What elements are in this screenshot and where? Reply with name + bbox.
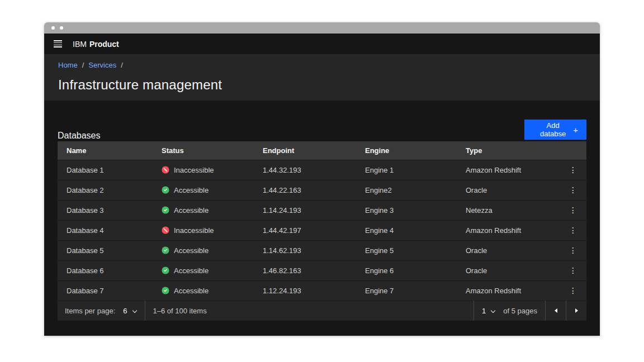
status-accessible-icon [162,246,169,254]
column-header-endpoint: Endpoint [254,146,356,155]
chevron-down-icon [132,308,137,313]
breadcrumb: Home/Services/ [58,61,600,69]
row-overflow-menu-button[interactable]: ⋮ [566,203,580,217]
cell-status: Accessible [153,287,254,295]
status-label: Accessible [174,206,209,215]
status-label: Inaccessible [174,226,214,235]
item-range-text: 1–6 of 100 items [145,307,207,315]
app-header: IBMProduct [44,34,600,54]
cell-engine: Engine 6 [356,266,457,275]
table-row[interactable]: Database 6Accessible1.46.82.163Engine 6O… [58,260,586,280]
table-row[interactable]: Database 5Accessible1.14.62.193Engine 5O… [58,240,586,260]
add-icon: + [573,125,578,135]
row-overflow-menu-button[interactable]: ⋮ [566,163,580,177]
breadcrumb-link-home[interactable]: Home [58,61,78,69]
next-page-button[interactable] [566,301,586,321]
column-header-status: Status [153,146,254,155]
cell-engine: Engine2 [356,186,457,194]
cell-engine: Engine 3 [356,206,457,215]
window-control-dot[interactable] [51,26,55,30]
cell-type: Amazon Redshift [457,287,560,295]
content-area: Databases Add databse + NameStatusEndpoi… [44,101,600,336]
status-label: Accessible [174,287,209,295]
cell-status: Accessible [153,206,254,215]
cell-type: Oracle [457,246,560,255]
status-accessible-icon [162,266,169,274]
caret-left-icon [555,308,557,313]
cell-actions: ⋮ [560,163,586,177]
add-database-button[interactable]: Add databse + [524,120,586,140]
cell-type: Netezza [457,206,560,215]
cell-endpoint: 1.44.42.197 [254,226,356,235]
section-title: Databases [58,131,101,141]
cell-actions: ⋮ [560,203,586,217]
menu-button[interactable] [50,37,65,51]
cell-engine: Engine 5 [356,246,457,255]
table-header-row: NameStatusEndpointEngineType [58,141,586,160]
cell-type: Oracle [457,266,560,275]
page-number-value: 1 [482,307,486,315]
pagination-left: Items per page: 6 1–6 of 100 items [58,301,207,321]
previous-page-button[interactable] [546,301,566,321]
cell-status: Accessible [153,186,254,194]
table-body: Database 1Inaccessible1.44.32.193Engine … [58,160,586,301]
caret-right-icon [575,308,578,313]
pagination-bar: Items per page: 6 1–6 of 100 items 1 of … [58,301,586,321]
status-label: Inaccessible [174,166,214,174]
breadcrumb-separator: / [82,61,84,69]
row-overflow-menu-button[interactable]: ⋮ [566,264,580,277]
window-control-dot[interactable] [60,26,63,30]
page-count-text: of 5 pages [503,307,545,315]
table-row[interactable]: Database 4Inaccessible1.44.42.197Engine … [58,220,586,240]
brand-prefix: IBM [73,40,87,49]
row-overflow-menu-button[interactable]: ⋮ [566,223,580,237]
items-per-page-value: 6 [123,307,127,315]
table-row[interactable]: Database 3Accessible1.14.24.193Engine 3N… [58,200,586,220]
cell-endpoint: 1.44.22.163 [254,186,356,194]
status-label: Accessible [174,266,209,275]
databases-table: NameStatusEndpointEngineType Database 1I… [58,141,586,321]
table-row[interactable]: Database 1Inaccessible1.44.32.193Engine … [58,160,586,180]
row-overflow-menu-button[interactable]: ⋮ [566,183,580,197]
cell-engine: Engine 7 [356,287,457,295]
brand-name: Product [89,40,119,49]
cell-name: Database 3 [58,206,153,215]
cell-name: Database 4 [58,226,153,235]
breadcrumb-separator: / [121,61,123,69]
breadcrumb-link-services[interactable]: Services [88,61,116,69]
status-accessible-icon [162,186,169,194]
cell-name: Database 5 [58,246,153,255]
menu-icon [54,40,62,47]
cell-status: Inaccessible [153,166,254,174]
pagination-right: 1 of 5 pages [473,301,586,321]
cell-name: Database 7 [58,287,153,295]
page-header: Home/Services/ Infrastructure management [44,54,600,101]
column-header-name: Name [58,146,153,155]
cell-endpoint: 1.12.24.193 [254,287,356,295]
cell-status: Inaccessible [153,226,254,235]
row-overflow-menu-button[interactable]: ⋮ [566,244,580,257]
page-number-select[interactable]: 1 [474,301,503,321]
cell-actions: ⋮ [560,284,586,297]
table-row[interactable]: Database 2Accessible1.44.22.163Engine2Or… [58,180,586,200]
table-row[interactable]: Database 7Accessible1.12.24.193Engine 7A… [58,280,586,301]
column-header-type: Type [457,146,560,155]
page-title: Infrastructure management [58,77,600,93]
brand: IBMProduct [73,40,119,49]
status-inaccessible-icon [162,226,169,234]
app-window: IBMProduct Home/Services/ Infrastructure… [44,22,600,336]
cell-actions: ⋮ [560,264,586,277]
row-overflow-menu-button[interactable]: ⋮ [566,284,580,297]
cell-name: Database 2 [58,186,153,194]
cell-endpoint: 1.14.62.193 [254,246,356,255]
items-per-page-select[interactable]: 6 [115,301,144,321]
cell-engine: Engine 4 [356,226,457,235]
cell-engine: Engine 1 [356,166,457,174]
window-titlebar [44,22,600,34]
status-label: Accessible [174,246,209,255]
cell-status: Accessible [153,266,254,275]
status-inaccessible-icon [162,166,169,174]
cell-name: Database 6 [58,266,153,275]
cell-type: Amazon Redshift [457,166,560,174]
column-header-engine: Engine [356,146,457,155]
